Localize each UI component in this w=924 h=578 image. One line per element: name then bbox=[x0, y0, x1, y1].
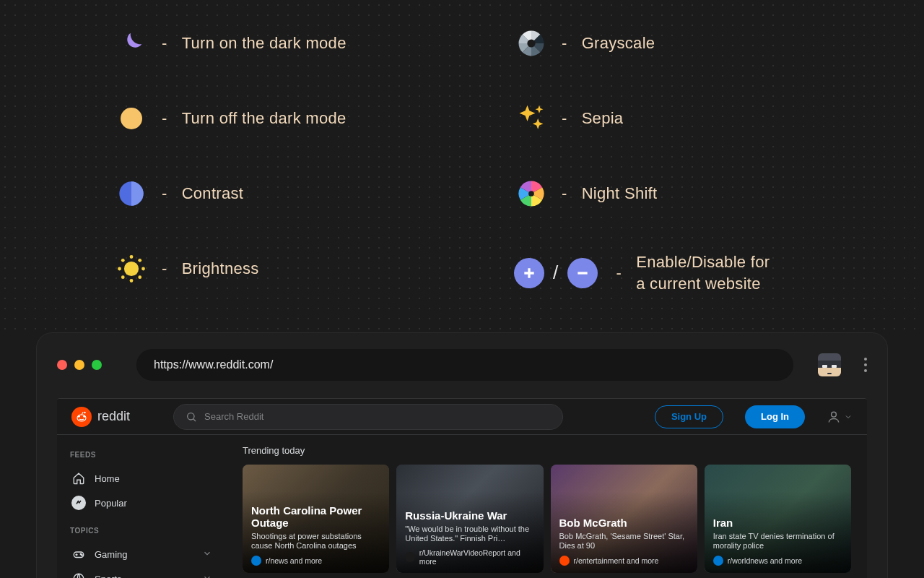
reddit-logo[interactable]: reddit bbox=[71, 407, 130, 427]
legend-label: Turn off the dark mode bbox=[182, 109, 346, 128]
legend-item-sepia: - Sepia bbox=[514, 101, 842, 136]
trending-card-desc: Iran state TV denies termination of mora… bbox=[713, 532, 842, 552]
trending-card-desc: Shootings at power substations cause Nor… bbox=[251, 532, 380, 552]
trending-card-title: Bob McGrath bbox=[559, 517, 689, 529]
reddit-main: Trending today North Carolina Power Outa… bbox=[227, 435, 867, 578]
trending-card-sub: r/UkraineWarVideoReport and more bbox=[419, 548, 535, 566]
legend-right-col: - Grayscale - Sepia bbox=[514, 26, 842, 294]
minimize-icon[interactable] bbox=[74, 360, 84, 370]
legend-label: Night Shift bbox=[582, 184, 658, 203]
sidebar-item-home[interactable]: Home bbox=[70, 466, 214, 491]
search-input[interactable]: Search Reddit bbox=[173, 404, 563, 430]
subreddit-icon bbox=[713, 556, 723, 566]
svg-rect-15 bbox=[822, 365, 827, 368]
subreddit-icon bbox=[559, 556, 570, 566]
sidebar-item-popular[interactable]: Popular bbox=[70, 491, 214, 515]
legend-label: Sepia bbox=[582, 109, 624, 128]
svg-point-12 bbox=[528, 191, 534, 197]
legend-label: Enable/Disable for bbox=[636, 251, 770, 273]
moon-icon bbox=[114, 26, 149, 61]
subreddit-icon bbox=[405, 552, 414, 562]
svg-point-9 bbox=[121, 275, 125, 279]
trending-card[interactable]: Bob McGrathBob McGrath, 'Sesame Street' … bbox=[551, 465, 697, 573]
brightness-icon bbox=[114, 251, 149, 286]
sidebar-item-gaming[interactable]: Gaming bbox=[70, 542, 214, 566]
window-controls[interactable] bbox=[57, 360, 102, 370]
reddit-logo-icon bbox=[71, 407, 92, 427]
svg-point-6 bbox=[141, 267, 145, 271]
reddit-logo-text: reddit bbox=[97, 409, 130, 424]
slash-separator: / bbox=[553, 262, 559, 284]
trending-card[interactable]: Russia-Ukraine War"We would be in troubl… bbox=[396, 465, 543, 573]
reddit-sidebar: FEEDS Home Popular TOPICS Gaming S bbox=[57, 435, 227, 578]
legend-left-col: - Turn on the dark mode - Turn off the d… bbox=[114, 26, 442, 294]
legend-label: Contrast bbox=[182, 184, 244, 203]
login-button[interactable]: Log In bbox=[745, 405, 805, 428]
legend-item-enable-disable: / - Enable/Disable for a current website bbox=[514, 251, 842, 294]
svg-point-11 bbox=[527, 39, 535, 47]
trending-card[interactable]: IranIran state TV denies termination of … bbox=[705, 465, 851, 573]
url-bar[interactable]: https://www.reddit.com/ bbox=[136, 349, 793, 381]
close-icon[interactable] bbox=[57, 360, 67, 370]
legend: - Turn on the dark mode - Turn off the d… bbox=[114, 26, 842, 294]
svg-point-22 bbox=[188, 413, 194, 419]
svg-rect-16 bbox=[832, 365, 837, 368]
svg-rect-14 bbox=[818, 368, 841, 376]
trending-card-sub: r/worldnews and more bbox=[728, 556, 802, 565]
browser-window: https://www.reddit.com/ reddit Sea bbox=[36, 332, 888, 578]
svg-rect-17 bbox=[827, 373, 832, 374]
svg-point-8 bbox=[138, 259, 141, 262]
chevron-down-icon bbox=[202, 573, 212, 579]
legend-label: Turn on the dark mode bbox=[182, 34, 346, 53]
grayscale-wheel-icon bbox=[514, 26, 549, 61]
user-menu[interactable] bbox=[827, 410, 853, 424]
svg-point-20 bbox=[77, 415, 86, 421]
legend-item-dark-off: - Turn off the dark mode bbox=[114, 101, 442, 136]
svg-point-23 bbox=[832, 412, 837, 417]
svg-point-21 bbox=[84, 411, 85, 413]
signup-button[interactable]: Sign Up bbox=[655, 405, 723, 428]
trending-card-title: Iran bbox=[713, 517, 842, 529]
trending-card-desc: Bob McGrath, 'Sesame Street' Star, Dies … bbox=[559, 532, 689, 552]
popular-icon bbox=[71, 496, 86, 510]
trending-heading: Trending today bbox=[243, 445, 851, 456]
trending-card-sub: r/news and more bbox=[266, 556, 322, 565]
trending-card-title: Russia-Ukraine War bbox=[405, 509, 534, 522]
topics-heading: TOPICS bbox=[70, 527, 214, 535]
trending-card-title: North Carolina Power Outage bbox=[251, 504, 380, 530]
legend-item-dark-on: - Turn on the dark mode bbox=[114, 26, 442, 61]
gaming-icon bbox=[71, 547, 86, 561]
more-icon[interactable] bbox=[864, 358, 867, 372]
svg-point-7 bbox=[121, 259, 125, 262]
svg-point-0 bbox=[121, 108, 142, 129]
url-text: https://www.reddit.com/ bbox=[154, 358, 273, 371]
trending-card[interactable]: North Carolina Power OutageShootings at … bbox=[243, 465, 389, 573]
sidebar-item-sports[interactable]: Sports bbox=[70, 566, 214, 578]
legend-item-brightness: - Brightness bbox=[114, 251, 442, 286]
browser-bar: https://www.reddit.com/ bbox=[57, 349, 867, 381]
sun-icon bbox=[114, 101, 149, 136]
subreddit-icon bbox=[251, 556, 261, 566]
trending-card-sub: r/entertainment and more bbox=[574, 556, 659, 565]
legend-label-line2: a current website bbox=[636, 273, 770, 295]
svg-rect-13 bbox=[818, 361, 841, 368]
maximize-icon[interactable] bbox=[92, 360, 102, 370]
svg-point-10 bbox=[138, 275, 141, 279]
search-icon bbox=[186, 411, 197, 423]
chevron-down-icon bbox=[844, 413, 853, 421]
reddit-header: reddit Search Reddit Sign Up Log In bbox=[57, 399, 867, 435]
user-icon bbox=[827, 410, 841, 424]
legend-item-grayscale: - Grayscale bbox=[514, 26, 842, 61]
home-icon bbox=[71, 471, 86, 486]
contrast-icon bbox=[114, 176, 149, 211]
minus-icon bbox=[567, 258, 598, 288]
sports-icon bbox=[71, 571, 86, 578]
plus-icon bbox=[514, 258, 544, 288]
svg-point-27 bbox=[82, 555, 83, 556]
svg-point-3 bbox=[130, 255, 134, 259]
reddit-app: reddit Search Reddit Sign Up Log In FEED… bbox=[57, 398, 867, 578]
search-placeholder: Search Reddit bbox=[204, 411, 263, 422]
extension-icon[interactable] bbox=[818, 353, 841, 376]
chevron-down-icon bbox=[202, 548, 212, 561]
legend-label: Grayscale bbox=[582, 34, 655, 53]
